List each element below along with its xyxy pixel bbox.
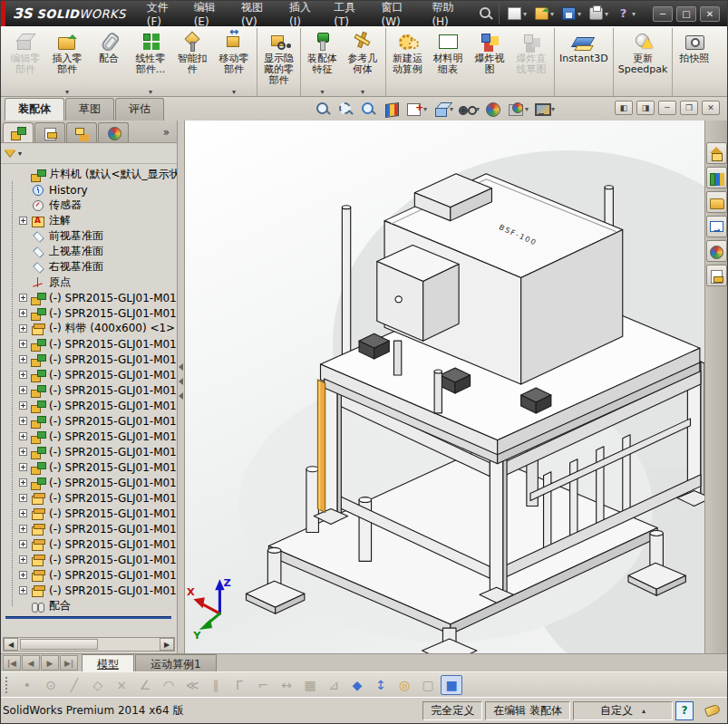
tree-item[interactable]: (-) SPR2015-GLJ01-M01-01-	[4, 413, 177, 429]
tree-item[interactable]: (-) SPR2015-GLJ01-M01-01-	[4, 398, 177, 413]
expand-plus-icon[interactable]	[19, 401, 27, 410]
dropdown-arrow-icon[interactable]: ▾	[18, 150, 22, 158]
snapbar-button[interactable]: Γ	[228, 675, 250, 695]
dropdown-arrow-icon[interactable]: ▾	[361, 87, 364, 95]
tree-item[interactable]: 注解	[4, 213, 177, 228]
panel-tab[interactable]	[98, 122, 129, 142]
window-control-button[interactable]: ─	[653, 6, 673, 22]
tab-nav-button[interactable]: ▶	[41, 655, 59, 671]
expand-plus-icon[interactable]	[19, 217, 27, 225]
tree-item[interactable]: (-) SPR2015-GLJ01-M01-01-	[4, 475, 177, 490]
ribbon-button[interactable]: 参考几 何体 ▾	[342, 28, 383, 96]
tree-item[interactable]: (-) 料带 (400x600) <1> (默	[4, 321, 177, 336]
quickbar-button[interactable]: ▾	[505, 5, 529, 22]
ribbon-button[interactable]: 显示隐 藏的零 部件	[257, 28, 298, 96]
tree-item[interactable]: 前视基准面	[4, 228, 177, 244]
task-pane-tab[interactable]	[706, 191, 727, 213]
tree-item[interactable]: (-) SPR2015-GLJ01-M01-01-	[4, 367, 177, 382]
expand-plus-icon[interactable]	[19, 417, 27, 425]
panel-splitter[interactable]	[178, 121, 185, 653]
scroll-left-button[interactable]: ◀	[4, 638, 18, 651]
snapbar-button[interactable]: •	[16, 675, 38, 695]
dropdown-arrow-icon[interactable]: ▾	[423, 105, 427, 113]
task-pane-tab[interactable]	[706, 265, 727, 286]
tab-nav-button[interactable]: ▶|	[60, 655, 78, 671]
toolbar-drag-handle[interactable]	[5, 676, 9, 694]
model-3d[interactable]: BSF-100 Z X Y	[185, 121, 727, 653]
ribbon-button[interactable]: 移动零 部件 ▾	[213, 28, 255, 96]
dropdown-arrow-icon[interactable]: ▾	[523, 10, 527, 18]
ribbon-button[interactable]: Instant3D	[554, 28, 611, 96]
dropdown-arrow-icon[interactable]: ▾	[550, 10, 554, 18]
view-toolbar-button[interactable]	[359, 100, 379, 119]
panel-tab[interactable]	[34, 122, 65, 142]
quickbar-button[interactable]: ▾	[559, 5, 584, 22]
snapbar-button[interactable]: ■	[441, 675, 462, 695]
expand-plus-icon[interactable]	[19, 494, 27, 502]
tree-item[interactable]: (-) SPR2015-GLJ01-M01-01-	[4, 352, 177, 367]
scrollbar-track[interactable]	[18, 638, 160, 651]
tree-horizontal-scrollbar[interactable]: ◀ ▶	[3, 637, 175, 652]
expand-plus-icon[interactable]	[19, 294, 27, 302]
tree-item[interactable]: 右视基准面	[4, 259, 177, 275]
expand-plus-icon[interactable]	[19, 586, 27, 594]
view-toolbar-button[interactable]: ▾	[457, 100, 480, 119]
snapbar-button[interactable]: ⊿	[323, 675, 345, 695]
expand-plus-icon[interactable]	[19, 463, 27, 471]
document-window-button[interactable]: ─	[658, 101, 676, 115]
tree-item[interactable]: (-) SPR2015-GLJ01-M01-01-	[4, 382, 177, 398]
tree-item[interactable]: (-) SPR2015-GLJ01-M01-01-1	[4, 552, 177, 567]
panel-tab[interactable]	[3, 122, 34, 142]
expand-plus-icon[interactable]	[19, 340, 27, 348]
tree-item[interactable]: (-) SPR2015-GLJ01-M01-01-1	[4, 506, 177, 521]
tag-icon[interactable]	[704, 704, 721, 718]
commandmanager-tab[interactable]: 草图	[65, 98, 114, 121]
task-pane-tab[interactable]	[706, 216, 727, 237]
snapbar-button[interactable]: ⌐	[252, 675, 274, 695]
graphics-viewport[interactable]: BSF-100 Z X Y	[185, 121, 727, 653]
snapbar-button[interactable]: ≪	[181, 675, 203, 695]
snapbar-button[interactable]: ↕	[370, 675, 392, 695]
ribbon-button[interactable]: 配合	[88, 28, 130, 96]
snapbar-button[interactable]: ×	[111, 675, 132, 695]
dropdown-arrow-icon[interactable]: ▾	[525, 105, 529, 113]
quickbar-button[interactable]: ▾	[587, 5, 611, 22]
expand-plus-icon[interactable]	[19, 478, 27, 487]
expand-plus-icon[interactable]	[19, 555, 27, 564]
tree-item[interactable]: (-) SPR2015-GLJ01-M01-01-	[4, 459, 177, 475]
dropdown-arrow-icon[interactable]: ▾	[632, 10, 636, 18]
quick-tips-button[interactable]: ?	[675, 701, 694, 720]
expand-plus-icon[interactable]	[19, 324, 27, 333]
snapbar-button[interactable]: ╱	[63, 675, 85, 695]
ribbon-button[interactable]: 拍快照	[672, 28, 713, 96]
scrollbar-thumb[interactable]	[20, 639, 98, 650]
snapbar-button[interactable]: ↔	[276, 675, 297, 695]
tree-item[interactable]: (-) SPR2015-GLJ01-M01-01-	[4, 429, 177, 444]
search-icon[interactable]	[476, 5, 493, 23]
ribbon-button[interactable]: 编辑零 部件	[5, 28, 46, 96]
study-tab[interactable]: 模型	[82, 654, 134, 671]
ribbon-button[interactable]: 线性零 部件... ▾	[130, 28, 171, 96]
expand-plus-icon[interactable]	[19, 309, 27, 317]
ribbon-button[interactable]: 装配体 特征 ▾	[300, 28, 342, 96]
tree-item[interactable]: (-) SPR2015-GLJ01-M01-01-	[4, 336, 177, 352]
tree-item[interactable]: 配合	[4, 598, 177, 613]
tree-item[interactable]: 片料机 (默认<默认_显示状态-1	[4, 167, 177, 182]
view-toolbar-button[interactable]	[382, 100, 402, 119]
dropdown-arrow-icon[interactable]: ▾	[578, 10, 581, 18]
ribbon-button[interactable]: 插入零 部件 ▾	[46, 28, 88, 96]
tab-nav-button[interactable]: ◀	[22, 655, 40, 671]
ribbon-button[interactable]: 爆炸直 线草图	[510, 28, 552, 96]
document-window-button[interactable]: ◧	[615, 101, 633, 115]
custom-status-dropdown[interactable]: 自定义 ▴	[573, 701, 673, 720]
panel-tabs-overflow[interactable]: »	[163, 126, 175, 142]
snapbar-button[interactable]: ◇	[87, 675, 109, 695]
snapbar-button[interactable]: ⊙	[40, 675, 62, 695]
quickbar-button[interactable]: ? ▾	[614, 5, 638, 22]
expand-plus-icon[interactable]	[19, 355, 27, 363]
window-control-button[interactable]: □	[676, 6, 696, 22]
expand-plus-icon[interactable]	[19, 448, 27, 456]
document-window-button[interactable]: ◨	[636, 101, 655, 115]
expand-plus-icon[interactable]	[19, 571, 27, 579]
document-window-button[interactable]: ✕	[702, 101, 720, 115]
